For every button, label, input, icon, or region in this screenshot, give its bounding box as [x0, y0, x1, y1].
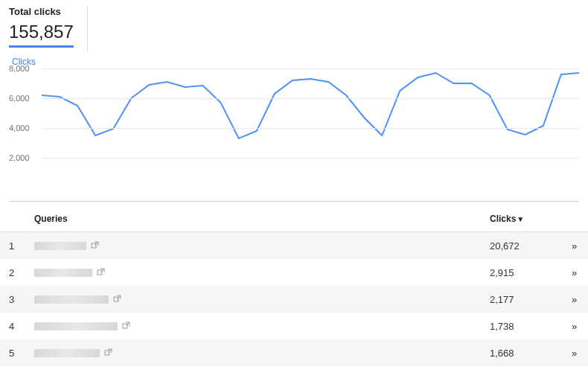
sort-desc-icon: ▼: [517, 215, 524, 223]
col-clicks-label: Clicks: [490, 214, 516, 224]
query-text-redacted: [34, 295, 109, 304]
external-link-icon[interactable]: [97, 267, 105, 278]
gridline: [42, 68, 579, 69]
gridline: [42, 128, 579, 129]
y-tick-label: 2,000: [9, 153, 30, 162]
table-row[interactable]: 32,177»: [0, 286, 588, 313]
query-cell[interactable]: [25, 232, 481, 260]
gridline: [42, 98, 579, 99]
query-cell[interactable]: [25, 286, 481, 313]
query-text-redacted: [34, 349, 100, 357]
table-row[interactable]: 51,668»: [0, 339, 588, 366]
metric-header: Total clicks 155,857: [0, 0, 588, 52]
total-clicks-label: Total clicks: [9, 6, 74, 17]
chart-legend: Clicks: [12, 57, 579, 67]
clicks-chart[interactable]: 2,0004,0006,0008,000: [9, 68, 579, 188]
clicks-value: 2,915: [481, 259, 563, 286]
external-link-icon[interactable]: [104, 348, 112, 359]
gridline: [42, 158, 579, 159]
external-link-icon[interactable]: [113, 294, 121, 305]
table-row[interactable]: 120,672»: [0, 232, 588, 260]
query-cell[interactable]: [25, 259, 481, 286]
expand-row-icon[interactable]: »: [563, 286, 588, 313]
query-cell[interactable]: [25, 339, 481, 366]
expand-row-icon[interactable]: »: [563, 232, 588, 260]
external-link-icon[interactable]: [91, 240, 99, 252]
row-index: 4: [0, 313, 25, 339]
table-row[interactable]: 41,738»: [0, 313, 588, 339]
clicks-value: 1,668: [481, 339, 563, 366]
row-index: 3: [0, 286, 25, 313]
clicks-value: 1,738: [481, 313, 563, 339]
y-tick-label: 8,000: [9, 64, 30, 73]
total-clicks-card[interactable]: Total clicks 155,857: [9, 6, 88, 52]
col-expand-header: [563, 206, 588, 232]
clicks-value: 20,672: [481, 232, 563, 260]
chart-area: Clicks 2,0004,0006,0008,000: [0, 52, 588, 188]
query-text-redacted: [34, 269, 92, 277]
col-queries-header[interactable]: Queries: [25, 206, 481, 232]
external-link-icon[interactable]: [122, 321, 130, 332]
expand-row-icon[interactable]: »: [563, 339, 588, 366]
query-text-redacted: [34, 322, 118, 330]
row-index: 5: [0, 339, 25, 366]
y-tick-label: 6,000: [9, 94, 30, 103]
total-clicks-value: 155,857: [9, 22, 74, 48]
table-row[interactable]: 22,915»: [0, 259, 588, 286]
svg-rect-0: [92, 243, 96, 248]
section-divider: [9, 201, 579, 202]
svg-rect-4: [114, 297, 118, 301]
col-clicks-header[interactable]: Clicks▼: [481, 206, 563, 232]
query-cell[interactable]: [25, 313, 481, 339]
svg-rect-6: [123, 324, 127, 328]
expand-row-icon[interactable]: »: [563, 313, 588, 339]
query-text-redacted: [34, 242, 86, 250]
svg-rect-2: [98, 270, 102, 275]
expand-row-icon[interactable]: »: [563, 259, 588, 286]
clicks-value: 2,177: [481, 286, 563, 313]
queries-table: Queries Clicks▼ 120,672»22,915»32,177»41…: [0, 206, 588, 366]
svg-rect-8: [105, 351, 109, 355]
row-index: 2: [0, 259, 25, 286]
y-tick-label: 4,000: [9, 124, 30, 132]
col-index-header: [0, 206, 25, 232]
row-index: 1: [0, 232, 25, 260]
